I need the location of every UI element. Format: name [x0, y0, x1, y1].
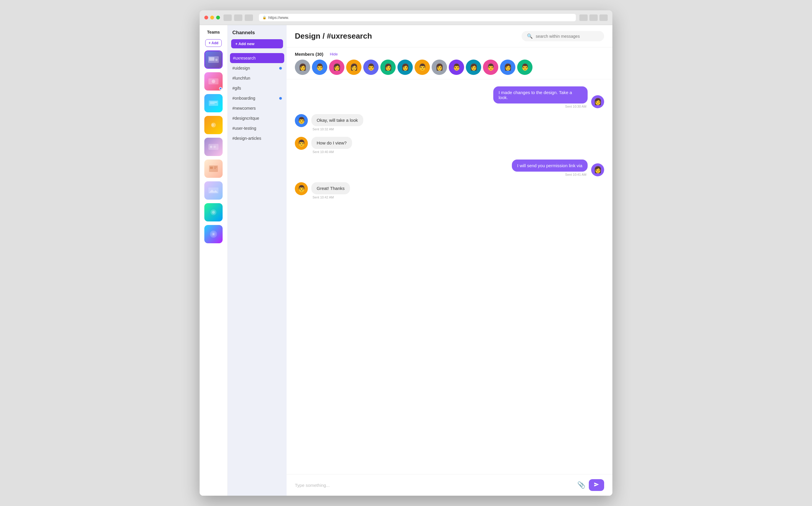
teams-sidebar: Teams + Add D	[200, 25, 228, 496]
team-image-8	[204, 203, 222, 222]
member-avatar-11[interactable]: 👨	[483, 60, 498, 75]
member-avatar-7[interactable]: 👨	[415, 60, 430, 75]
team-item-4[interactable]: D	[204, 116, 222, 134]
team-item-9[interactable]	[204, 225, 222, 243]
svg-point-13	[213, 146, 216, 148]
svg-rect-8	[210, 103, 215, 104]
channels-header: Channels	[228, 30, 287, 39]
channel-name-2: #lunchfun	[232, 76, 250, 81]
teams-header: Teams	[207, 30, 220, 34]
member-avatar-1[interactable]: 👨	[312, 60, 327, 75]
svg-point-23	[212, 233, 214, 235]
team-image-7	[204, 181, 222, 200]
svg-rect-7	[210, 102, 217, 103]
hide-members-link[interactable]: Hide	[330, 52, 338, 56]
svg-rect-17	[214, 168, 216, 169]
member-avatar-12[interactable]: 👩	[500, 60, 515, 75]
team-item-6[interactable]	[204, 160, 222, 178]
member-avatar-2[interactable]: 👩	[329, 60, 344, 75]
member-emoji-4: 👨	[367, 63, 375, 71]
channel-item-6[interactable]: #designcritque	[228, 113, 287, 123]
svg-text:D: D	[212, 123, 214, 127]
attach-icon: 📎	[577, 481, 585, 489]
member-avatar-10[interactable]: 👩	[466, 60, 481, 75]
member-avatar-13[interactable]: 👨	[517, 60, 533, 75]
toolbar-btn-3[interactable]	[600, 14, 608, 21]
toolbar-btn-1[interactable]	[579, 14, 588, 21]
member-avatar-5[interactable]: 👩	[380, 60, 396, 75]
member-avatar-9[interactable]: 👨	[449, 60, 464, 75]
add-team-button[interactable]: + Add	[205, 39, 221, 47]
msg-text-msg2: Okay, will take a look	[311, 114, 363, 126]
svg-point-20	[212, 211, 215, 214]
attach-button[interactable]: 📎	[577, 481, 585, 489]
channel-item-3[interactable]: #gifs	[228, 83, 287, 93]
toolbar-btn-2[interactable]	[590, 14, 598, 21]
maximize-button[interactable]	[216, 16, 220, 19]
message-row-msg4: 👩 I will send you permission link via Se…	[295, 160, 604, 176]
refresh-button[interactable]	[245, 14, 253, 21]
team-image-9	[204, 225, 222, 243]
svg-point-3	[215, 59, 217, 61]
msg-emoji-msg1: 👩	[594, 98, 602, 105]
channel-name-3: #gifs	[232, 86, 241, 91]
msg-time-msg5: Sent 10:42 AM	[311, 195, 350, 199]
channel-item-2[interactable]: #lunchfun	[228, 73, 287, 83]
minimize-button[interactable]	[210, 16, 214, 19]
msg-bubble-msg3: How do I view? Sent 10:40 AM	[311, 137, 352, 154]
member-avatar-3[interactable]: 👩	[346, 60, 361, 75]
channel-item-1[interactable]: #uidesign	[228, 63, 287, 73]
channel-item-7[interactable]: #user-testing	[228, 123, 287, 133]
team-item-8[interactable]	[204, 203, 222, 222]
member-emoji-12: 👩	[504, 63, 512, 71]
message-row-msg2: 👨 Okay, will take a look Sent 10:32 AM	[295, 114, 604, 131]
channel-name-5: #newcomers	[232, 106, 256, 110]
team-item-1[interactable]	[204, 51, 222, 69]
msg-text-msg3: How do I view?	[311, 137, 352, 149]
member-avatars: 👩👨👩👩👨👩👩👨👩👨👩👨👩👨	[295, 60, 604, 75]
search-input[interactable]	[536, 34, 595, 38]
back-button[interactable]	[223, 14, 232, 21]
channel-dot-4	[279, 97, 282, 100]
msg-time-msg2: Sent 10:32 AM	[311, 128, 363, 131]
team-image-1	[205, 51, 222, 68]
team-item-7[interactable]	[204, 181, 222, 200]
team-item-3[interactable]	[204, 94, 222, 112]
member-emoji-13: 👨	[521, 63, 529, 71]
members-label: Members (30)	[295, 52, 324, 57]
message-input-area: 📎	[287, 474, 612, 496]
msg-avatar-msg1: 👩	[591, 95, 604, 108]
member-emoji-9: 👨	[453, 63, 461, 71]
channel-name-6: #designcritque	[232, 116, 259, 120]
member-avatar-4[interactable]: 👨	[363, 60, 379, 75]
channel-item-5[interactable]: #newcomers	[228, 103, 287, 113]
team-item-2[interactable]	[204, 72, 222, 91]
message-input[interactable]	[295, 483, 574, 488]
send-button[interactable]	[589, 479, 604, 491]
channel-name-1: #uidesign	[232, 66, 250, 71]
close-button[interactable]	[204, 16, 208, 19]
member-avatar-8[interactable]: 👩	[432, 60, 447, 75]
channel-item-8[interactable]: #design-articles	[228, 133, 287, 143]
msg-bubble-msg2: Okay, will take a look Sent 10:32 AM	[311, 114, 363, 131]
search-icon: 🔍	[527, 33, 533, 39]
team-image-3	[204, 94, 222, 112]
channel-item-0[interactable]: #uxresearch	[230, 53, 284, 63]
member-avatar-6[interactable]: 👩	[397, 60, 413, 75]
member-emoji-7: 👨	[419, 63, 426, 71]
team-item-5[interactable]	[204, 138, 222, 156]
channel-item-4[interactable]: #onboarding	[228, 93, 287, 103]
message-row-msg5: 👨 Great! Thanks Sent 10:42 AM	[295, 182, 604, 199]
forward-button[interactable]	[234, 14, 242, 21]
add-new-channel-button[interactable]: + Add new	[231, 39, 283, 49]
msg-bubble-msg4: I will send you permission link via Sent…	[512, 160, 588, 176]
address-bar[interactable]: 🔒 https://www.	[259, 14, 576, 21]
channels-sidebar: Channels + Add new #uxresearch #uidesign…	[228, 25, 287, 496]
search-bar: 🔍	[522, 31, 604, 41]
msg-text-msg5: Great! Thanks	[311, 182, 350, 194]
svg-rect-16	[214, 167, 217, 167]
member-avatar-0[interactable]: 👩	[295, 60, 310, 75]
svg-rect-2	[209, 57, 214, 61]
msg-emoji-msg4: 👩	[594, 166, 602, 174]
msg-avatar-msg4: 👩	[591, 163, 604, 176]
